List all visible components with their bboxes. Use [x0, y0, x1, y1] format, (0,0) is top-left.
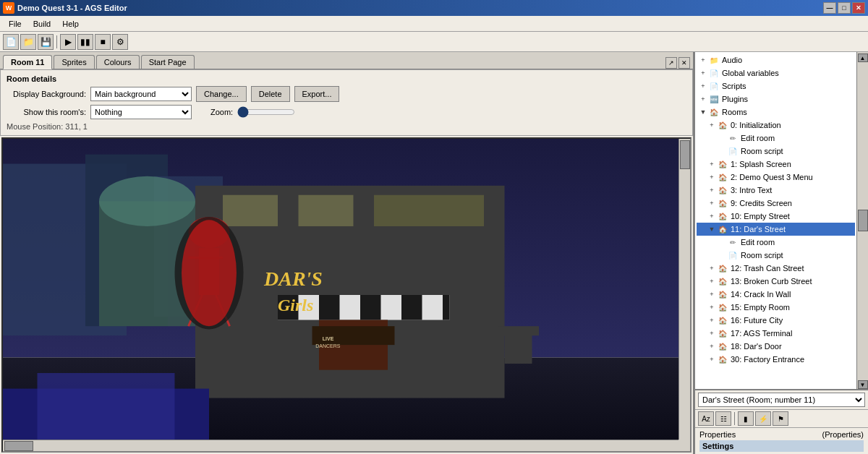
- mouse-position: Mouse Position: 311, 1: [7, 122, 686, 131]
- tree-room17[interactable]: + 🏠 17: AGS Terminal: [697, 327, 855, 340]
- expand-room30: +: [707, 354, 717, 364]
- toolbar-new-btn[interactable]: 📄: [3, 34, 19, 50]
- svg-text:DAR'S: DAR'S: [263, 267, 323, 290]
- tree-room11[interactable]: ▼ 🏠 11: Dar's Street: [697, 223, 855, 236]
- maximize-button[interactable]: □: [838, 2, 851, 14]
- window-title: Demo Quest 3-1 - AGS Editor: [17, 4, 127, 12]
- tree-room0-edit[interactable]: ✏ Edit room: [697, 132, 855, 145]
- room-scene: DAR'S Girls LIVE DANCERS: [3, 139, 690, 451]
- properties-btn[interactable]: ▮: [738, 411, 754, 426]
- canvas-vscroll-thumb[interactable]: [680, 140, 690, 169]
- tree-scroll-up[interactable]: ▲: [858, 53, 868, 62]
- room30-icon: 🏠: [717, 354, 728, 365]
- tree-room12[interactable]: + 🏠 12: Trash Can Street: [697, 262, 855, 275]
- sort-alpha-btn[interactable]: Az: [698, 411, 714, 426]
- tree-scripts[interactable]: + 📄 Scripts: [697, 80, 855, 93]
- tree-vscroll[interactable]: ▲ ▼: [856, 52, 868, 389]
- tab-colours[interactable]: Colours: [96, 55, 140, 69]
- tree-room16[interactable]: + 🏠 16: Future City: [697, 314, 855, 327]
- expand-room0: +: [707, 120, 717, 130]
- title-bar: W Demo Quest 3-1 - AGS Editor — □ ✕: [0, 0, 868, 16]
- tree-plugins[interactable]: + 🆕 Plugins: [697, 93, 855, 106]
- toolbar-sep-1: [56, 35, 57, 48]
- delete-btn[interactable]: Delete: [251, 86, 290, 102]
- tab-room11[interactable]: Room 11: [3, 55, 52, 69]
- lightning-btn[interactable]: ⚡: [755, 411, 771, 426]
- tree-scroll-thumb[interactable]: [858, 210, 868, 231]
- expand-room0-edit: [717, 133, 727, 143]
- menu-build[interactable]: Build: [27, 18, 56, 30]
- tree-room15[interactable]: + 🏠 15: Empty Room: [697, 301, 855, 314]
- tree-room13[interactable]: + 🏠 13: Broken Curb Street: [697, 275, 855, 288]
- tree-room30[interactable]: + 🏠 30: Factory Entrance: [697, 353, 855, 366]
- tab-float-btn[interactable]: ↗: [665, 57, 677, 69]
- svg-rect-8: [223, 195, 278, 226]
- tree-audio[interactable]: + 📁 Audio: [697, 53, 855, 67]
- toolbar-stop-btn[interactable]: ■: [95, 34, 111, 50]
- room10-icon: 🏠: [717, 210, 728, 222]
- toolbar-open-btn[interactable]: 📁: [20, 34, 36, 50]
- bottom-sep-1: [734, 412, 735, 425]
- svg-text:Girls: Girls: [278, 296, 313, 314]
- tree-room14[interactable]: + 🏠 14: Crack In Wall: [697, 288, 855, 301]
- canvas-vscroll[interactable]: [678, 139, 690, 440]
- svg-point-6: [99, 176, 195, 226]
- tree-room2[interactable]: + 🏠 2: Demo Quest 3 Menu: [697, 171, 855, 184]
- properties-right-label: (Properties): [822, 430, 864, 439]
- tab-sprites[interactable]: Sprites: [54, 55, 94, 69]
- room14-icon: 🏠: [717, 288, 728, 300]
- canvas-area[interactable]: DAR'S Girls LIVE DANCERS: [1, 137, 692, 453]
- svg-rect-32: [498, 326, 539, 335]
- expand-room16: +: [707, 315, 717, 325]
- tree-room3[interactable]: + 🏠 3: Intro Text: [697, 184, 855, 197]
- tab-startpage[interactable]: Start Page: [141, 55, 195, 69]
- room-details-title: Room details: [7, 74, 686, 83]
- tree-room1[interactable]: + 🏠 1: Splash Screen: [697, 158, 855, 171]
- tree-rooms[interactable]: ▼ 🏠 Rooms: [697, 106, 855, 119]
- tab-close-btn[interactable]: ✕: [678, 57, 690, 69]
- minimize-button[interactable]: —: [823, 2, 836, 14]
- expand-room10: +: [707, 211, 717, 221]
- flag-btn[interactable]: ⚑: [773, 411, 788, 426]
- sort-category-btn[interactable]: ☷: [715, 411, 731, 426]
- display-bg-select[interactable]: Main background: [90, 87, 192, 101]
- room11-edit-icon: ✏: [727, 236, 739, 248]
- menu-help[interactable]: Help: [56, 18, 85, 30]
- tree-room9[interactable]: + 🏠 9: Credits Screen: [697, 197, 855, 210]
- right-panel: + 📁 Audio + 📄 Global variables + 📄 Scrip…: [694, 52, 868, 454]
- tree-room10[interactable]: + 🏠 10: Empty Street: [697, 210, 855, 223]
- close-button[interactable]: ✕: [852, 2, 865, 14]
- tree-scroll-down[interactable]: ▼: [858, 380, 868, 389]
- room11-icon: 🏠: [717, 223, 728, 235]
- tree-room0[interactable]: + 🏠 0: Initialization: [697, 119, 855, 132]
- expand-room12: +: [707, 263, 717, 273]
- tree-room11-script[interactable]: 📄 Room script: [697, 249, 855, 262]
- expand-room3: +: [707, 185, 717, 195]
- globalvars-icon: 📄: [708, 67, 720, 79]
- main-toolbar: 📄 📁 💾 ▶ ▮▮ ■ ⚙: [0, 32, 868, 52]
- show-room-select[interactable]: Nothing: [90, 105, 192, 119]
- canvas-hscroll-thumb[interactable]: [4, 441, 33, 451]
- toolbar-settings-btn[interactable]: ⚙: [112, 34, 128, 50]
- change-btn[interactable]: Change...: [196, 86, 247, 102]
- menu-file[interactable]: File: [3, 18, 27, 30]
- tree-globalvars[interactable]: + 📄 Global variables: [697, 67, 855, 80]
- tree-room0-script[interactable]: 📄 Room script: [697, 145, 855, 158]
- room0-icon: 🏠: [717, 119, 728, 131]
- canvas-hscroll[interactable]: [3, 440, 678, 451]
- expand-plugins: +: [698, 94, 708, 104]
- audio-folder-icon: 📁: [708, 54, 720, 66]
- toolbar-save-btn[interactable]: 💾: [38, 34, 54, 50]
- export-btn[interactable]: Export...: [294, 86, 340, 102]
- toolbar-pause-btn[interactable]: ▮▮: [77, 34, 93, 50]
- svg-text:DANCERS: DANCERS: [315, 343, 341, 348]
- toolbar-play-btn[interactable]: ▶: [60, 34, 76, 50]
- expand-room17: +: [707, 328, 717, 338]
- zoom-slider[interactable]: [237, 106, 295, 118]
- room-selector-dropdown[interactable]: Dar's Street (Room; number 11): [698, 393, 865, 407]
- expand-room11: ▼: [707, 224, 717, 234]
- expand-globalvars: +: [698, 68, 708, 78]
- tree-room18[interactable]: + 🏠 18: Dar's Door: [697, 340, 855, 353]
- svg-rect-11: [429, 195, 484, 226]
- tree-room11-edit[interactable]: ✏ Edit room: [697, 236, 855, 249]
